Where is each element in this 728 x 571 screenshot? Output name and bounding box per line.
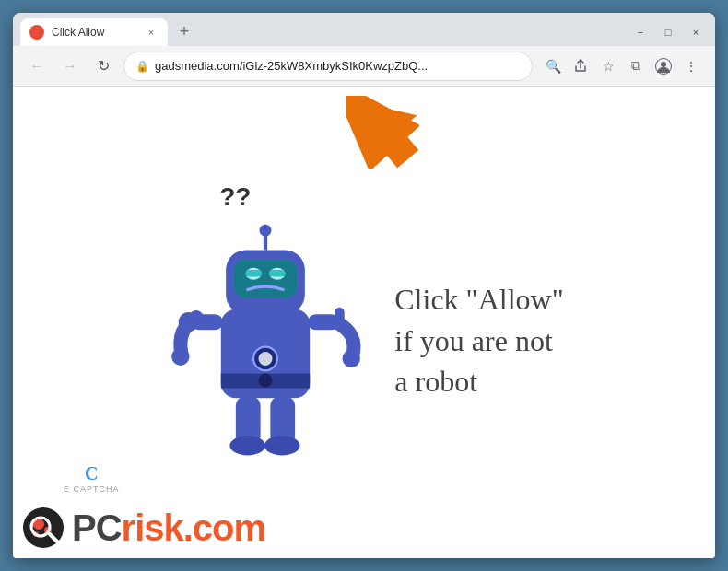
- captcha-text-line1: Click "Allow": [394, 279, 563, 320]
- captcha-text-line3: a robot: [394, 361, 563, 402]
- tab-title: Click Allow: [52, 26, 136, 39]
- tab-search-icon[interactable]: ⧉: [623, 53, 649, 79]
- browser-window: Click Allow × + − □ × ← → ↻ 🔒 gadsmedia.…: [13, 13, 715, 558]
- page-content: ??: [13, 87, 715, 558]
- svg-point-25: [171, 348, 189, 366]
- robot-svg: [164, 201, 367, 477]
- svg-point-24: [259, 352, 273, 366]
- active-tab[interactable]: Click Allow ×: [20, 18, 168, 46]
- svg-rect-11: [246, 270, 262, 277]
- svg-point-14: [260, 225, 272, 237]
- refresh-button[interactable]: ↻: [90, 53, 116, 79]
- close-window-button[interactable]: ×: [684, 24, 708, 41]
- back-button[interactable]: ←: [24, 53, 50, 79]
- minimize-button[interactable]: −: [628, 24, 652, 41]
- robot-container: ??: [164, 201, 563, 481]
- bookmark-icon[interactable]: ☆: [595, 53, 621, 79]
- tab-close-button[interactable]: ×: [144, 25, 159, 40]
- pcrisk-logo-icon: [22, 507, 65, 549]
- ecaptcha-badge: C E CAPTCHA: [64, 463, 120, 494]
- ecaptcha-c-letter: C: [85, 463, 98, 484]
- maximize-button[interactable]: □: [656, 24, 680, 41]
- search-icon[interactable]: 🔍: [540, 53, 566, 79]
- robot-illustration: ??: [164, 201, 367, 481]
- new-tab-button[interactable]: +: [171, 18, 197, 44]
- menu-icon[interactable]: ⋮: [678, 53, 704, 79]
- risk-text: risk.com: [122, 509, 266, 546]
- url-text: gadsmedia.com/iGlz-25kW8XmbykSIk0KwzpZbQ…: [155, 59, 521, 73]
- svg-marker-3: [350, 94, 419, 168]
- browser-toolbar: ← → ↻ 🔒 gadsmedia.com/iGlz-25kW8XmbykSIk…: [13, 46, 715, 87]
- address-bar[interactable]: 🔒 gadsmedia.com/iGlz-25kW8XmbykSIk0KwzpZ…: [123, 52, 533, 81]
- title-bar: Click Allow × + − □ ×: [13, 13, 715, 46]
- captcha-text-container: Click "Allow" if you are not a robot: [394, 279, 563, 402]
- profile-icon[interactable]: [651, 53, 676, 79]
- svg-point-21: [230, 436, 266, 455]
- svg-point-22: [264, 436, 300, 455]
- forward-button[interactable]: →: [57, 53, 83, 79]
- svg-point-27: [259, 374, 273, 388]
- svg-rect-8: [234, 260, 298, 297]
- pc-text: PC: [72, 509, 122, 546]
- question-marks: ??: [219, 182, 251, 212]
- captcha-text-line2: if you are not: [394, 320, 563, 362]
- svg-point-1: [661, 62, 666, 67]
- ecaptcha-label: E CAPTCHA: [64, 484, 120, 494]
- orange-arrow: [350, 94, 419, 171]
- window-controls: − □ ×: [628, 24, 708, 41]
- security-lock-icon: 🔒: [135, 60, 149, 73]
- pcrisk-watermark: PC risk.com: [22, 507, 265, 549]
- svg-point-26: [343, 350, 360, 367]
- share-icon[interactable]: [568, 53, 593, 79]
- svg-rect-12: [270, 270, 286, 277]
- pcrisk-text: PC risk.com: [72, 509, 265, 546]
- tab-strip: Click Allow × +: [20, 18, 628, 46]
- toolbar-icons: 🔍 ☆ ⧉ ⋮: [540, 53, 704, 79]
- tab-favicon: [29, 25, 44, 40]
